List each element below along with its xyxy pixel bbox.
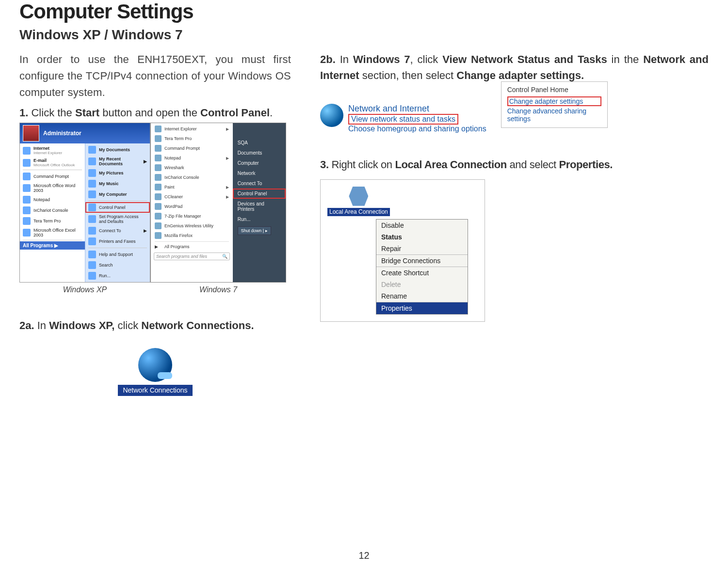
w7-r-computer[interactable]: Computer	[233, 158, 286, 168]
xp-item-label: Printers and Faxes	[99, 239, 136, 244]
xp-my-music[interactable]: My Music	[85, 178, 150, 189]
context-menu: Disable Status Repair Bridge Connections…	[376, 219, 468, 315]
cp-change-adapter-link[interactable]: Change adapter settings	[507, 96, 601, 106]
step-3-number: 3.	[320, 158, 329, 171]
xp-item-email[interactable]: E-mailMicrosoft Office Outlook	[20, 157, 85, 169]
xp-search[interactable]: Search	[85, 260, 150, 270]
xp-item-label: Run...	[99, 273, 111, 278]
wordpad-icon	[155, 203, 162, 210]
ctx-bridge[interactable]: Bridge Connections	[376, 255, 468, 267]
xp-item-cmd[interactable]: Command Prompt	[20, 171, 85, 182]
step-2a-pre: In	[34, 319, 49, 331]
w7-item-cmd[interactable]: Command Prompt	[151, 143, 233, 153]
xp-printers[interactable]: Printers and Faxes	[85, 236, 150, 247]
ctx-repair[interactable]: Repair	[376, 243, 468, 254]
xp-item-notepad[interactable]: Notepad	[20, 194, 85, 205]
w7-r-connect[interactable]: Connect To	[233, 178, 286, 189]
w7-r-documents[interactable]: Documents	[233, 148, 286, 158]
xp-control-panel[interactable]: Control Panel	[85, 202, 150, 213]
ctx-rename[interactable]: Rename	[376, 290, 468, 302]
w7-search-input[interactable]: Search programs and files🔍	[154, 252, 230, 260]
notepad-icon	[155, 155, 162, 161]
w7-item-label: EnGenius Wireless Utility	[164, 223, 213, 228]
xp-connect-to[interactable]: Connect To▶	[85, 225, 150, 236]
ctx-status[interactable]: Status	[376, 231, 468, 243]
step-2b-number: 2b.	[320, 53, 336, 65]
xp-item-teraterm[interactable]: Tera Term Pro	[20, 216, 85, 226]
w7-item-label: WordPad	[164, 204, 182, 209]
ie-icon	[23, 147, 31, 155]
lac-icon-block[interactable]: Local Area Connection	[327, 187, 390, 216]
xp-my-computer[interactable]: My Computer	[85, 189, 150, 200]
xp-help[interactable]: Help and Support	[85, 249, 150, 260]
printer-icon	[88, 237, 96, 245]
xp-item-sub: Internet Explorer	[33, 151, 62, 155]
xp-left-column: InternetInternet Explorer E-mailMicrosof…	[20, 143, 85, 282]
xp-item-label: My Music	[99, 181, 119, 186]
step-1-text-pre: Click the	[28, 107, 75, 119]
step-1-number: 1.	[19, 107, 28, 119]
step-2a-winxp: Windows XP,	[49, 319, 114, 331]
w7-item-ixchariot[interactable]: IxChariot Console	[151, 173, 233, 182]
cp-side-header: Control Panel Home	[507, 86, 601, 94]
cp-change-sharing-link[interactable]: Change advanced sharing settings	[507, 106, 601, 124]
ni-view-status-link[interactable]: View network status and tasks	[348, 114, 458, 125]
w7-r-control-panel[interactable]: Control Panel	[233, 189, 286, 199]
w7-shutdown-button[interactable]: Shut down | ▸	[238, 226, 271, 235]
xp-my-pictures[interactable]: My Pictures	[85, 168, 150, 178]
w7-item-ccleaner[interactable]: CCleaner▶	[151, 192, 233, 202]
w7-item-ie[interactable]: Internet Explorer▶	[151, 124, 233, 134]
ni-homegroup-link[interactable]: Choose homegroup and sharing options	[348, 125, 486, 133]
w7-item-wordpad[interactable]: WordPad	[151, 202, 233, 211]
xp-item-label: Help and Support	[99, 252, 133, 257]
w7-item-label: Paint	[164, 185, 175, 189]
w7-r-sqa[interactable]: SQA	[233, 138, 286, 148]
ctx-shortcut[interactable]: Create Shortcut	[376, 267, 468, 279]
xp-all-programs[interactable]: All Programs ▶	[20, 241, 85, 250]
cmd-icon	[23, 173, 31, 180]
xp-item-label: Connect To	[99, 228, 121, 233]
word-icon	[23, 184, 31, 192]
w7-r-devices[interactable]: Devices and Printers	[233, 199, 286, 214]
w7-item-teraterm[interactable]: Tera Term Pro	[151, 134, 233, 143]
w7-r-network[interactable]: Network	[233, 168, 286, 178]
w7-item-wireshark[interactable]: Wireshark	[151, 163, 233, 173]
xp-item-ixchariot[interactable]: IxChariot Console	[20, 205, 85, 216]
step-2a-mid: click	[114, 319, 141, 331]
xp-username: Administrator	[43, 130, 81, 137]
search-icon	[88, 261, 96, 269]
w7-start-menu: Internet Explorer▶ Tera Term Pro Command…	[150, 123, 286, 283]
w7-item-label: Command Prompt	[164, 146, 200, 151]
w7-left-column: Internet Explorer▶ Tera Term Pro Command…	[151, 123, 233, 282]
w7-r-run[interactable]: Run...	[233, 214, 286, 224]
xp-item-internet[interactable]: InternetInternet Explorer	[20, 144, 85, 157]
ni-title[interactable]: Network and Internet	[348, 104, 486, 114]
xp-footer-label: All Programs	[23, 243, 53, 248]
ixchariot-icon	[23, 206, 31, 214]
xp-my-documents[interactable]: My Documents	[85, 144, 150, 155]
network-connections-icon[interactable]	[138, 348, 172, 382]
w7-all-programs[interactable]: ▶All Programs	[151, 243, 233, 251]
xp-right-column: My Documents My Recent Documents▶ My Pic…	[85, 143, 150, 282]
w7-item-engenius[interactable]: EnGenius Wireless Utility	[151, 221, 233, 231]
step-1-text-post: .	[270, 107, 273, 119]
w7-item-paint[interactable]: Paint▶	[151, 182, 233, 192]
step-1-text-mid: button and open the	[99, 107, 200, 119]
xp-item-word[interactable]: Microsoft Office Word 2003	[20, 182, 85, 194]
ctx-disable[interactable]: Disable	[376, 220, 468, 231]
ctx-properties[interactable]: Properties	[376, 302, 468, 314]
avatar-icon	[23, 125, 39, 142]
xp-item-label: Command Prompt	[33, 174, 69, 179]
w7-item-notepad[interactable]: Notepad▶	[151, 153, 233, 163]
step-3-lac: Local Area Connection	[395, 158, 506, 171]
xp-item-excel[interactable]: Microsoft Office Excel 2003	[20, 226, 85, 239]
w7-item-firefox[interactable]: Mozilla Firefox	[151, 231, 233, 240]
step-2b: 2b. In Windows 7, click View Network Sta…	[320, 51, 709, 83]
w7-item-label: Mozilla Firefox	[164, 233, 193, 238]
xp-my-recent[interactable]: My Recent Documents▶	[85, 155, 150, 168]
network-connections-block: Network Connections	[19, 348, 291, 396]
w7-item-7zip[interactable]: 7-Zip File Manager	[151, 211, 233, 221]
xp-run[interactable]: Run...	[85, 270, 150, 281]
xp-set-program-access[interactable]: Set Program Access and Defaults	[85, 213, 150, 225]
network-connections-label: Network Connections	[118, 385, 192, 396]
